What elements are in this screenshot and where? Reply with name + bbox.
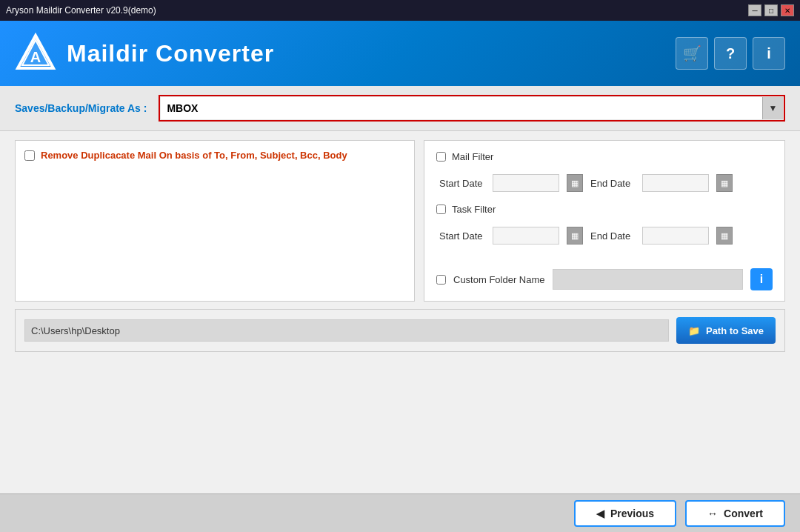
convert-icon: ↔ xyxy=(707,508,718,519)
title-bar: Aryson Maildir Converter v20.9(demo) ─ □… xyxy=(0,0,800,21)
help-button[interactable]: ? xyxy=(714,37,747,70)
duplicate-checkbox[interactable] xyxy=(24,150,35,161)
previous-label: Previous xyxy=(610,508,654,519)
duplicate-check-row: Remove Duplicacate Mail On basis of To, … xyxy=(24,150,405,161)
save-path-row: 📁 Path to Save xyxy=(15,309,785,352)
task-start-date-input[interactable] xyxy=(493,227,559,245)
header-actions: 🛒 ? i xyxy=(676,37,785,70)
convert-button[interactable]: ↔ Convert xyxy=(685,500,785,527)
previous-icon: ◀ xyxy=(596,508,604,519)
duplicate-label: Remove Duplicacate Mail On basis of To, … xyxy=(41,150,347,161)
maximize-button[interactable]: □ xyxy=(764,4,778,16)
options-row: Remove Duplicacate Mail On basis of To, … xyxy=(15,140,785,302)
mail-filter-label: Mail Filter xyxy=(452,151,493,162)
mail-end-date-label: End Date xyxy=(590,178,635,189)
custom-folder-name-input[interactable] xyxy=(553,269,743,290)
right-panel: Mail Filter Start Date ▦ End Date ▦ Task… xyxy=(424,140,785,302)
saves-label: Saves/Backup/Migrate As : xyxy=(15,102,147,114)
task-end-date-label: End Date xyxy=(590,230,635,242)
mail-start-date-label: Start Date xyxy=(439,178,485,189)
task-end-date-picker-button[interactable]: ▦ xyxy=(716,227,733,245)
mail-end-date-picker-button[interactable]: ▦ xyxy=(716,174,733,192)
mail-filter-row: Mail Filter xyxy=(436,151,773,162)
saves-select-wrapper: MBOX PST EML MSG PDF HTML CSV ▼ xyxy=(159,95,785,122)
custom-folder-label: Custom Folder Name xyxy=(453,274,545,285)
task-filter-row: Task Filter xyxy=(436,204,773,215)
empty-area xyxy=(15,359,785,485)
path-save-icon: 📁 xyxy=(688,325,700,336)
app-logo-icon: A xyxy=(15,33,56,74)
previous-button[interactable]: ◀ Previous xyxy=(574,500,676,527)
path-save-label: Path to Save xyxy=(706,325,764,336)
close-button[interactable]: ✕ xyxy=(781,4,794,16)
custom-folder-checkbox[interactable] xyxy=(436,275,446,285)
task-filter-checkbox[interactable] xyxy=(436,205,446,214)
main-content: Remove Duplicacate Mail On basis of To, … xyxy=(0,131,800,493)
svg-text:A: A xyxy=(30,49,41,65)
saves-row: Saves/Backup/Migrate As : MBOX PST EML M… xyxy=(0,86,800,131)
task-filter-label: Task Filter xyxy=(452,204,496,215)
left-panel: Remove Duplicacate Mail On basis of To, … xyxy=(15,140,415,302)
mail-date-row: Start Date ▦ End Date ▦ xyxy=(436,174,773,192)
save-path-input[interactable] xyxy=(24,319,669,342)
saves-select[interactable]: MBOX PST EML MSG PDF HTML CSV xyxy=(161,97,783,119)
title-bar-controls: ─ □ ✕ xyxy=(748,4,794,16)
app-header: A Maildir Converter 🛒 ? i xyxy=(0,21,800,86)
task-start-date-label: Start Date xyxy=(439,230,485,242)
task-start-date-picker-button[interactable]: ▦ xyxy=(567,227,583,245)
mail-end-date-input[interactable] xyxy=(642,174,709,192)
logo-area: A Maildir Converter xyxy=(15,33,274,74)
mail-start-date-picker-button[interactable]: ▦ xyxy=(567,174,583,192)
title-bar-text: Aryson Maildir Converter v20.9(demo) xyxy=(6,5,156,16)
task-date-row: Start Date ▦ End Date ▦ xyxy=(436,227,773,245)
task-end-date-input[interactable] xyxy=(642,227,709,245)
custom-folder-row: Custom Folder Name i xyxy=(436,268,773,290)
custom-folder-info-button[interactable]: i xyxy=(750,268,773,290)
app-title: Maildir Converter xyxy=(67,40,274,67)
mail-start-date-input[interactable] xyxy=(493,174,559,192)
cart-button[interactable]: 🛒 xyxy=(676,37,708,70)
minimize-button[interactable]: ─ xyxy=(748,4,761,16)
footer: ◀ Previous ↔ Convert xyxy=(0,493,800,532)
convert-label: Convert xyxy=(724,508,763,519)
mail-filter-checkbox[interactable] xyxy=(436,152,446,162)
info-header-button[interactable]: i xyxy=(753,37,785,70)
path-to-save-button[interactable]: 📁 Path to Save xyxy=(676,317,776,344)
